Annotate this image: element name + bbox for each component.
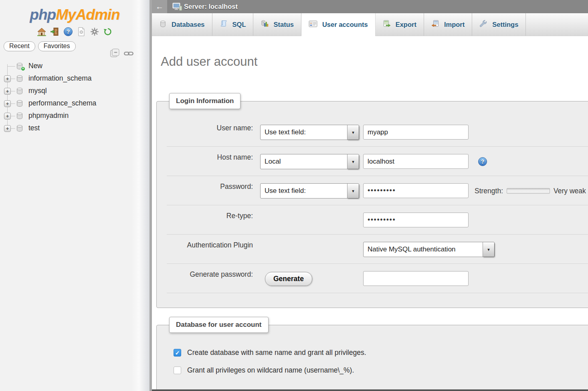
hostname-help-icon[interactable]: ? [478,157,487,166]
strength-label: Strength: [475,187,503,195]
generate-password-label: Generate password: [167,266,253,279]
database-icon [15,75,24,83]
help-icon[interactable]: ? [63,26,73,37]
tab-import[interactable]: Import [424,13,472,36]
database-icon [15,99,24,107]
database-tree: + New + information_schema + mysql + [0,60,150,135]
question-glyph: ? [64,27,73,36]
strength-meter [507,188,550,194]
username-label: User name: [167,120,253,132]
chevron-down-icon: ▾ [483,242,494,257]
tab-databases[interactable]: Databases [152,13,212,36]
tab-sql[interactable]: SQL [212,13,254,36]
login-information-fieldset: Login Information User name: Use text fi… [156,101,588,308]
grant-wildcard-label: Grant all privileges on wildcard name (u… [187,366,354,375]
back-button[interactable]: ← [152,0,167,13]
logo-myadmin-text: MyAdmin [56,6,120,23]
databases-icon [159,20,167,29]
reload-icon[interactable] [103,26,113,37]
password-row: Password: Use text field: ▾ Strength: Ve… [167,176,588,205]
tree-item-mysql: + mysql [0,85,150,97]
logout-icon[interactable] [50,26,60,37]
hostname-input[interactable] [363,154,469,169]
recent-button[interactable]: Recent [4,41,35,51]
tree-item-phpmyadmin: + phpmyadmin [0,110,150,122]
collapse-all-icon[interactable] [110,48,121,60]
horizontal-scrollbar[interactable] [152,389,588,391]
tree-label[interactable]: test [28,124,40,132]
auth-plugin-row: Authentication Plugin Native MySQL authe… [167,235,588,264]
retype-row: Re-type: [167,205,588,235]
auth-plugin-label: Authentication Plugin [167,237,253,249]
database-for-user-legend: Database for user account [169,317,269,333]
sql-icon [220,20,228,29]
retype-label: Re-type: [167,208,253,220]
export-icon [383,20,391,29]
chevron-down-icon: ▾ [347,125,359,140]
tree-label[interactable]: performance_schema [28,99,96,107]
tree-item-test: + test [0,122,150,135]
expand-icon[interactable]: + [4,100,11,107]
generated-password-input[interactable] [363,271,469,286]
navigation-sidebar: phpMyAdmin ? Recent Favorites [0,0,150,391]
expand-icon[interactable]: + [4,75,11,82]
page-title: Add user account [161,55,588,69]
user-accounts-icon [309,20,317,29]
grant-wildcard-checkbox[interactable] [174,367,181,374]
tree-label-new[interactable]: New [28,62,42,70]
tab-export[interactable]: Export [376,13,424,36]
username-type-select[interactable]: Use text field: ▾ [260,125,359,140]
settings-gear-icon[interactable] [89,26,100,37]
expand-icon[interactable]: + [4,125,11,132]
hostname-row: Host name: Local ▾ ? [167,147,588,176]
server-titlebar: ← Server: localhost [152,0,588,13]
logo-php-text: php [30,6,56,23]
password-input[interactable] [363,183,469,198]
create-database-checkbox[interactable]: ✓ [174,349,181,357]
tree-label[interactable]: mysql [28,87,47,95]
tree-item-information-schema: + information_schema [0,73,150,85]
documentation-icon[interactable] [76,26,87,37]
phpmyadmin-logo[interactable]: phpMyAdmin [0,0,150,23]
database-icon [15,112,24,120]
tree-item-new: + New [0,60,150,73]
retype-password-input[interactable] [363,213,469,227]
tree-item-performance-schema: + performance_schema [0,97,150,110]
strength-value: Very weak [554,187,586,195]
import-icon [431,20,439,29]
password-label: Password: [167,178,253,191]
tree-label[interactable]: information_schema [28,74,92,83]
status-icon [261,20,269,29]
tree-label[interactable]: phpmyadmin [28,111,69,120]
server-tabs: Databases SQL Status User accounts Expor… [152,13,588,36]
home-icon[interactable] [36,26,47,37]
generate-password-row: Generate password: Generate [167,264,588,293]
server-icon [172,2,182,11]
new-plus-badge: + [21,67,25,71]
expand-icon[interactable]: + [4,88,11,95]
expand-icon[interactable]: + [4,113,11,120]
page-content: Add user account Login Information User … [152,36,588,391]
favorites-button[interactable]: Favorites [38,41,76,51]
hostname-type-select[interactable]: Local ▾ [260,154,359,169]
main-frame: ← Server: localhost Databases SQL Status [152,0,588,391]
tab-status[interactable]: Status [253,13,301,36]
generate-button[interactable]: Generate [265,272,312,286]
password-type-select[interactable]: Use text field: ▾ [260,183,359,199]
auth-plugin-select[interactable]: Native MySQL authentication ▾ [363,242,495,257]
link-panels-icon[interactable] [124,51,133,58]
tab-settings[interactable]: Settings [472,13,526,36]
create-database-row: ✓ Create database with same name and gra… [174,348,588,357]
grant-wildcard-row: Grant all privileges on wildcard name (u… [174,366,588,375]
chevron-down-icon: ▾ [347,154,359,169]
server-title: Server: localhost [184,3,238,10]
tab-user-accounts[interactable]: User accounts [301,13,376,36]
tree-controls [110,48,133,60]
password-strength: Strength: Very weak [475,183,586,199]
database-icon [15,124,24,132]
hostname-label: Host name: [167,149,253,162]
database-icon [15,87,24,95]
username-input[interactable] [363,125,469,140]
sidebar-toolbar: ? [0,26,150,37]
login-information-legend: Login Information [169,93,240,109]
